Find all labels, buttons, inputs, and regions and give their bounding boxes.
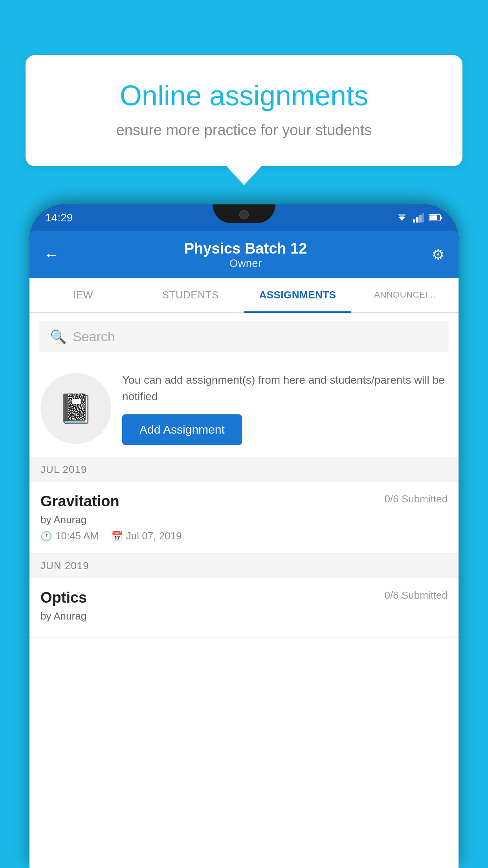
tab-announcements[interactable]: ANNOUNCEI... bbox=[351, 278, 459, 313]
svg-rect-7 bbox=[440, 217, 442, 219]
promo-section: 📓 You can add assignment(s) from here an… bbox=[29, 360, 459, 457]
assignment-item-gravitation[interactable]: Gravitation 0/6 Submitted by Anurag 🕐 10… bbox=[29, 482, 459, 554]
speech-bubble-container: Online assignments ensure more practice … bbox=[26, 55, 462, 166]
assignment-by-optics: by Anurag bbox=[40, 610, 448, 622]
app-bar: ← Physics Batch 12 Owner ⚙ bbox=[29, 231, 459, 278]
search-bar[interactable]: 🔍 Search bbox=[39, 321, 449, 352]
clock-icon: 🕐 bbox=[40, 531, 52, 542]
speech-bubble: Online assignments ensure more practice … bbox=[26, 55, 462, 166]
phone-inner: 14:29 bbox=[29, 204, 459, 868]
svg-rect-2 bbox=[413, 219, 415, 223]
tab-bar: IEW STUDENTS ASSIGNMENTS ANNOUNCEI... bbox=[29, 278, 459, 313]
status-bar: 14:29 bbox=[29, 204, 459, 231]
svg-rect-8 bbox=[429, 215, 437, 220]
assignment-item-optics[interactable]: Optics 0/6 Submitted by Anurag bbox=[29, 578, 459, 638]
assignment-by-gravitation: by Anurag bbox=[40, 514, 448, 526]
date-value-gravitation: Jul 07, 2019 bbox=[126, 530, 182, 542]
assignment-title-optics: Optics bbox=[40, 589, 87, 606]
phone-frame: 14:29 bbox=[29, 204, 459, 868]
status-time: 14:29 bbox=[45, 211, 73, 224]
search-bar-container: 🔍 Search bbox=[29, 313, 459, 360]
assignment-top-row-optics: Optics 0/6 Submitted bbox=[40, 589, 448, 606]
app-bar-title-section: Physics Batch 12 Owner bbox=[59, 240, 432, 270]
assignment-title-gravitation: Gravitation bbox=[40, 493, 119, 510]
notch bbox=[213, 204, 275, 223]
assignment-date-gravitation: 📅 Jul 07, 2019 bbox=[111, 530, 182, 542]
notebook-icon: 📓 bbox=[58, 392, 94, 425]
promo-text-section: You can add assignment(s) from here and … bbox=[122, 372, 448, 445]
wifi-icon bbox=[396, 213, 408, 223]
assignment-meta-gravitation: 🕐 10:45 AM 📅 Jul 07, 2019 bbox=[40, 530, 448, 542]
speech-bubble-subtitle: ensure more practice for your students bbox=[53, 122, 435, 139]
screen-content: 🔍 Search 📓 You can add assignment(s) fro… bbox=[29, 313, 459, 868]
back-button[interactable]: ← bbox=[44, 246, 59, 264]
status-icons bbox=[396, 213, 443, 223]
calendar-icon: 📅 bbox=[111, 531, 123, 542]
month-header-jun: JUN 2019 bbox=[29, 554, 459, 578]
svg-rect-5 bbox=[422, 213, 424, 223]
tab-assignments[interactable]: ASSIGNMENTS bbox=[244, 278, 351, 313]
app-bar-subtitle: Owner bbox=[59, 257, 432, 270]
tab-iew[interactable]: IEW bbox=[29, 278, 137, 313]
search-icon: 🔍 bbox=[50, 329, 66, 344]
app-bar-title: Physics Batch 12 bbox=[59, 240, 432, 257]
month-header-jul: JUL 2019 bbox=[29, 457, 459, 482]
battery-icon bbox=[429, 214, 443, 222]
tab-students[interactable]: STUDENTS bbox=[137, 278, 244, 313]
time-value-gravitation: 10:45 AM bbox=[55, 530, 99, 542]
promo-icon-circle: 📓 bbox=[40, 373, 111, 444]
signal-icon bbox=[413, 213, 424, 223]
settings-button[interactable]: ⚙ bbox=[432, 246, 444, 263]
svg-rect-4 bbox=[419, 215, 422, 223]
add-assignment-button[interactable]: Add Assignment bbox=[122, 414, 242, 445]
svg-rect-3 bbox=[416, 217, 418, 223]
notch-camera bbox=[239, 210, 249, 219]
assignment-submitted-optics: 0/6 Submitted bbox=[385, 589, 448, 601]
search-placeholder: Search bbox=[73, 329, 115, 344]
svg-marker-1 bbox=[397, 214, 407, 219]
promo-description: You can add assignment(s) from here and … bbox=[122, 372, 448, 405]
assignment-submitted-gravitation: 0/6 Submitted bbox=[385, 493, 448, 505]
assignment-top-row: Gravitation 0/6 Submitted bbox=[40, 493, 448, 510]
assignment-time-gravitation: 🕐 10:45 AM bbox=[40, 530, 99, 542]
speech-bubble-title: Online assignments bbox=[53, 79, 435, 112]
